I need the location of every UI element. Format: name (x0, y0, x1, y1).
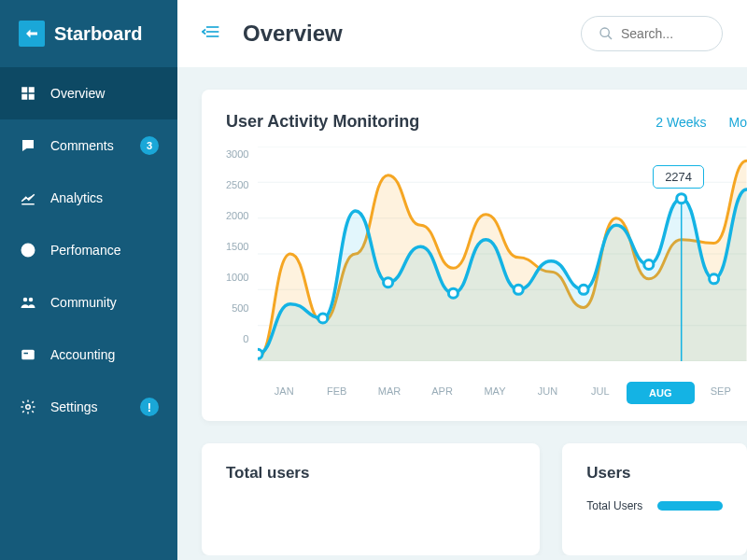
settings-badge: ! (140, 398, 159, 416)
chart-plot-area: 2274 (258, 147, 747, 380)
sidebar-item-accounting[interactable]: Accounting (0, 329, 177, 381)
sidebar-item-comments[interactable]: Comments 3 (0, 119, 177, 172)
topbar: Overview (177, 0, 747, 67)
sidebar-item-overview[interactable]: Overview (0, 67, 177, 119)
logo-icon (19, 21, 45, 47)
chart-x-axis: JAN FEB MAR APR MAY JUN JUL AUG SEP (226, 385, 747, 404)
users-row-label: Total Users (586, 499, 642, 512)
chart-title: User Activity Monitoring (226, 112, 655, 132)
sidebar-item-label: Perfomance (50, 243, 159, 258)
svg-point-24 (318, 314, 328, 323)
svg-rect-0 (21, 87, 27, 92)
x-tick: JUL (574, 385, 627, 404)
svg-point-29 (644, 260, 654, 270)
users-row-total: Total Users (586, 499, 723, 512)
search-box[interactable] (581, 16, 723, 51)
svg-point-9 (26, 405, 31, 410)
sidebar-item-label: Overview (50, 86, 159, 101)
total-users-card: Total users (202, 443, 540, 555)
search-icon (599, 26, 613, 41)
total-users-title: Total users (226, 464, 515, 483)
svg-point-6 (29, 298, 34, 302)
sidebar-item-label: Accounting (50, 347, 159, 362)
sidebar-item-label: Analytics (50, 190, 159, 205)
x-tick: JUN (521, 385, 573, 404)
users-bar (657, 501, 723, 511)
svg-point-23 (258, 349, 262, 358)
svg-rect-3 (29, 94, 35, 100)
sidebar-nav: Overview Comments 3 Analytics Perfomance… (0, 67, 177, 433)
page-title: Overview (243, 21, 558, 47)
svg-point-30 (677, 194, 686, 203)
svg-point-27 (514, 285, 524, 294)
chart-y-axis: 3000 2500 2000 1500 1000 500 0 (226, 147, 258, 361)
activity-chart-card: User Activity Monitoring 2 Weeks Mo 3000… (202, 90, 747, 421)
sidebar-item-settings[interactable]: Settings ! (0, 381, 177, 433)
svg-point-28 (579, 285, 588, 294)
sidebar-item-label: Settings (50, 399, 127, 414)
period-month-truncated[interactable]: Mo (729, 115, 747, 130)
x-tick: SEP (695, 385, 747, 404)
svg-point-26 (449, 288, 458, 298)
users-breakdown-card: Users Total Users (562, 443, 747, 555)
search-input[interactable] (621, 26, 705, 41)
accounting-icon (19, 345, 37, 364)
chart-period-tabs: 2 Weeks Mo (655, 115, 747, 130)
svg-rect-1 (29, 87, 35, 92)
svg-rect-2 (21, 94, 27, 100)
brand-logo: Starboard (0, 0, 177, 67)
community-icon (19, 293, 37, 312)
svg-point-5 (23, 298, 28, 302)
x-tick-active[interactable]: AUG (627, 382, 694, 404)
svg-line-14 (608, 35, 612, 39)
svg-point-25 (384, 278, 393, 287)
period-2weeks[interactable]: 2 Weeks (655, 115, 706, 130)
sidebar: Starboard Overview Comments 3 Analytics … (0, 0, 177, 560)
svg-point-31 (710, 274, 719, 284)
dashboard-icon (19, 84, 37, 103)
performance-icon (19, 241, 37, 259)
svg-point-13 (600, 28, 609, 36)
x-tick: APR (416, 385, 468, 404)
x-tick: MAR (363, 385, 416, 404)
comments-icon (19, 136, 37, 155)
sidebar-collapse-button[interactable] (202, 24, 220, 43)
settings-icon (19, 398, 37, 416)
chart-tooltip: 2274 (653, 165, 704, 189)
x-tick: JAN (258, 385, 310, 404)
svg-rect-7 (21, 350, 35, 360)
x-tick: FEB (310, 385, 362, 404)
analytics-icon (19, 189, 37, 207)
main-content: Overview User Activity Monitoring 2 Week… (177, 0, 747, 560)
brand-name: Starboard (54, 23, 142, 45)
sidebar-item-analytics[interactable]: Analytics (0, 172, 177, 224)
x-tick: MAY (469, 385, 521, 404)
svg-rect-8 (24, 353, 29, 355)
sidebar-item-label: Comments (50, 138, 127, 153)
users-title: Users (586, 464, 723, 483)
sidebar-item-community[interactable]: Community (0, 276, 177, 329)
sidebar-item-label: Community (50, 295, 159, 310)
sidebar-item-performance[interactable]: Perfomance (0, 224, 177, 276)
comments-badge: 3 (140, 136, 159, 155)
